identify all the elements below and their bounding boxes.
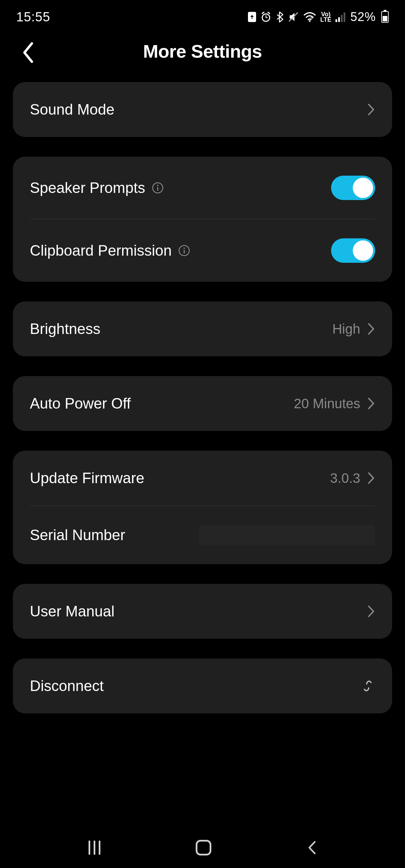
wifi-icon [303, 12, 316, 22]
battery-icon [381, 11, 389, 23]
system-navbar [0, 827, 405, 868]
brightness-value: High [332, 321, 360, 337]
chevron-right-icon [367, 322, 375, 336]
row-clipboard-permission: Clipboard Permission [13, 219, 392, 282]
nav-home-button[interactable] [196, 840, 211, 855]
row-speaker-prompts: Speaker Prompts [13, 157, 392, 219]
signal-icon [335, 12, 346, 22]
battery-percent: 52% [350, 10, 376, 24]
chevron-left-icon [21, 41, 35, 64]
speaker-prompts-toggle[interactable] [331, 176, 375, 200]
card-auto-power-off: Auto Power Off 20 Minutes [13, 376, 392, 431]
serial-number-label: Serial Number [30, 527, 125, 544]
back-button[interactable] [21, 41, 35, 66]
clipboard-permission-toggle[interactable] [331, 238, 375, 263]
speaker-prompts-text: Speaker Prompts [30, 179, 145, 196]
update-firmware-label: Update Firmware [30, 470, 144, 487]
card-toggles: Speaker Prompts Clipboard Permission [13, 157, 392, 282]
info-icon[interactable] [178, 245, 190, 256]
card-brightness: Brightness High [13, 301, 392, 356]
row-brightness[interactable]: Brightness High [13, 301, 392, 356]
svg-rect-9 [335, 19, 337, 22]
svg-line-4 [262, 12, 264, 14]
disconnect-label: Disconnect [30, 677, 104, 694]
speaker-prompts-label: Speaker Prompts [30, 179, 163, 196]
nav-back-button[interactable] [307, 840, 317, 855]
alarm-icon [261, 12, 271, 22]
svg-rect-10 [338, 17, 340, 22]
sound-mode-label: Sound Mode [30, 101, 115, 118]
user-manual-label: User Manual [30, 603, 114, 620]
row-sound-mode[interactable]: Sound Mode [13, 82, 392, 137]
bluetooth-icon [275, 11, 284, 23]
svg-point-14 [157, 185, 158, 186]
svg-point-17 [184, 248, 185, 249]
card-disconnect: Disconnect [13, 658, 392, 713]
chevron-right-icon [367, 471, 375, 485]
card-user-manual: User Manual [13, 584, 392, 639]
mute-icon [288, 11, 299, 23]
status-icons: Vo)LTE 52% [248, 10, 389, 24]
auto-power-off-label: Auto Power Off [30, 395, 131, 412]
brightness-value-wrap: High [332, 321, 375, 337]
svg-line-5 [268, 12, 270, 14]
chevron-right-icon [367, 397, 375, 410]
svg-point-8 [309, 20, 311, 22]
row-auto-power-off[interactable]: Auto Power Off 20 Minutes [13, 376, 392, 431]
serial-number-value [199, 525, 375, 545]
volte-icon: Vo)LTE [320, 12, 331, 22]
status-time: 15:55 [16, 10, 50, 24]
clipboard-permission-text: Clipboard Permission [30, 242, 172, 259]
settings-content: Sound Mode Speaker Prompts Clipboard Per… [0, 82, 405, 713]
status-bar: 15:55 Vo)LTE 52% [0, 0, 405, 31]
row-serial-number: Serial Number [13, 506, 392, 564]
svg-rect-11 [341, 15, 343, 22]
info-icon[interactable] [152, 182, 163, 194]
row-update-firmware[interactable]: Update Firmware 3.0.3 [13, 451, 392, 506]
header: More Settings [0, 31, 405, 82]
card-sound: Sound Mode [13, 82, 392, 137]
chevron-right-icon [367, 605, 375, 618]
card-device-info: Update Firmware 3.0.3 Serial Number [13, 451, 392, 564]
svg-rect-12 [344, 13, 345, 22]
card-icon [248, 12, 256, 22]
unlink-icon [360, 678, 375, 693]
nav-recents-button[interactable] [89, 841, 100, 855]
chevron-right-icon [367, 103, 375, 116]
page-title: More Settings [16, 41, 389, 62]
update-firmware-value: 3.0.3 [330, 471, 360, 486]
row-disconnect[interactable]: Disconnect [13, 658, 392, 713]
update-firmware-value-wrap: 3.0.3 [330, 471, 375, 486]
auto-power-off-value-wrap: 20 Minutes [294, 396, 375, 411]
clipboard-permission-label: Clipboard Permission [30, 242, 190, 259]
brightness-label: Brightness [30, 320, 100, 337]
auto-power-off-value: 20 Minutes [294, 396, 360, 411]
row-user-manual[interactable]: User Manual [13, 584, 392, 639]
